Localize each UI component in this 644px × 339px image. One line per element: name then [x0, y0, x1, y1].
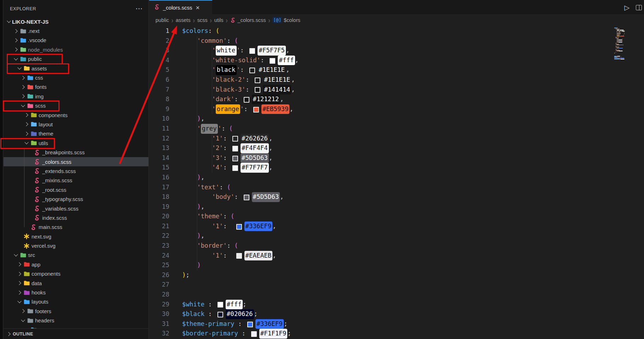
code-line-19[interactable]: 19 ),	[149, 202, 644, 212]
breadcrumb-item-public[interactable]: public	[156, 17, 169, 23]
code-line-content[interactable]: $black : #020626;	[169, 309, 258, 319]
code-line-content[interactable]: ),	[169, 202, 204, 212]
code-line-content[interactable]: '4': #F7F7F7,	[169, 163, 272, 173]
tree-item-src[interactable]: src	[4, 251, 148, 260]
color-swatch[interactable]	[236, 224, 242, 230]
color-swatch[interactable]	[244, 97, 249, 103]
code-line-content[interactable]: 'black': #1E1E1E,	[169, 65, 289, 75]
code-line-content[interactable]: ),	[169, 114, 204, 124]
code-line-6[interactable]: 6 'black-2': #1E1E1E,	[149, 75, 644, 85]
code-line-20[interactable]: 20 'theme': (	[149, 212, 644, 222]
tree-item--mixins-scss[interactable]: _mixins.scss	[4, 176, 148, 185]
code-line-17[interactable]: 17 'text': (	[149, 183, 644, 193]
code-line-content[interactable]: 'body': #5D5D63,	[169, 192, 284, 202]
chevron-down-icon[interactable]	[24, 140, 30, 146]
code-line-21[interactable]: 21 '1': #336EF9,	[149, 222, 644, 231]
tree-item--extends-scss[interactable]: _extends.scss	[4, 166, 148, 176]
chevron-right-icon[interactable]	[24, 112, 30, 118]
code-line-13[interactable]: 13 '2': #F4F4F4,	[149, 143, 644, 153]
code-line-5[interactable]: 5 'black': #1E1E1E,	[149, 65, 644, 75]
tree-item-vercel-svg[interactable]: vercel.svg	[4, 241, 148, 250]
code-line-content[interactable]: 'orange': #EB5939,	[169, 104, 293, 114]
tree-item-layouts[interactable]: layouts	[4, 297, 148, 306]
code-line-content[interactable]: $theme-primary : #336EF9;	[169, 319, 287, 329]
chevron-down-icon[interactable]	[17, 299, 23, 305]
code-line-31[interactable]: 31$theme-primary : #336EF9;	[149, 319, 644, 329]
color-swatch[interactable]	[249, 68, 255, 73]
color-swatch[interactable]	[232, 146, 238, 151]
split-editor-icon[interactable]	[636, 5, 642, 10]
code-line-content[interactable]: '3': #5D5D63,	[169, 153, 272, 163]
code-line-25[interactable]: 25 )	[149, 260, 644, 270]
color-swatch[interactable]	[249, 48, 255, 54]
chevron-right-icon[interactable]	[17, 280, 23, 286]
breadcrumb-item-scss[interactable]: scss	[197, 17, 208, 23]
minimap[interactable]	[614, 28, 631, 60]
tree-item-next-svg[interactable]: next.svg	[4, 232, 148, 241]
code-line-content[interactable]: 'border': (	[169, 241, 238, 251]
breadcrumb-item-assets[interactable]: assets	[176, 17, 191, 23]
chevron-down-icon[interactable]	[21, 103, 26, 109]
tree-item-hooks[interactable]: hooks	[4, 288, 148, 297]
code-line-27[interactable]: 27	[149, 280, 644, 290]
code-line-content[interactable]: '1': #262626,	[169, 134, 272, 144]
tree-item-public[interactable]: public	[4, 54, 148, 64]
color-swatch[interactable]	[255, 87, 260, 93]
chevron-right-icon[interactable]	[17, 290, 23, 295]
run-button-icon[interactable]: ▷	[624, 4, 629, 12]
breadcrumb-item-utils[interactable]: utils	[214, 17, 224, 23]
code-line-content[interactable]: 'theme': (	[169, 212, 235, 222]
code-line-content[interactable]: ),	[169, 231, 204, 241]
code-line-15[interactable]: 15 '4': #F7F7F7,	[149, 163, 644, 173]
chevron-down-icon[interactable]	[13, 252, 19, 258]
code-line-content[interactable]: '1': #EAEAEB,	[169, 251, 276, 261]
color-swatch[interactable]	[218, 312, 223, 317]
code-line-10[interactable]: 10 ),	[149, 114, 644, 124]
chevron-right-icon[interactable]	[21, 93, 26, 99]
tree-item-fonts[interactable]: fonts	[4, 82, 148, 92]
code-line-content[interactable]: 'black-2': #1E1E1E,	[169, 75, 295, 85]
tree-item-liko-next-js[interactable]: LIKO-NEXT-JS	[4, 17, 148, 26]
chevron-down-icon[interactable]	[17, 65, 23, 71]
code-line-content[interactable]: 'common': (	[169, 36, 238, 46]
more-actions-icon[interactable]: ⋯	[136, 7, 143, 10]
code-line-content[interactable]: 'text': (	[169, 183, 231, 193]
outline-section-header[interactable]: OUTLINE	[4, 328, 148, 339]
code-line-9[interactable]: 9 'orange': #EB5939,	[149, 104, 644, 114]
code-line-content[interactable]	[169, 290, 182, 300]
code-line-18[interactable]: 18 'body': #5D5D63,	[149, 192, 644, 202]
chevron-right-icon[interactable]	[13, 28, 19, 34]
color-swatch[interactable]	[232, 156, 238, 161]
code-line-14[interactable]: 14 '3': #5D5D63,	[149, 153, 644, 163]
chevron-down-icon[interactable]	[21, 318, 26, 323]
chevron-right-icon[interactable]	[17, 271, 23, 277]
chevron-right-icon[interactable]	[24, 121, 30, 127]
code-line-content[interactable]: $colors: (	[169, 26, 219, 36]
breadcrumb-item--colors-scss[interactable]: _colors.scss	[230, 17, 266, 23]
chevron-down-icon[interactable]	[13, 56, 19, 62]
code-line-content[interactable]: );	[169, 270, 190, 280]
tree-item-partial[interactable]	[4, 325, 148, 328]
tab-colors-scss[interactable]: _colors.scss ×	[149, 0, 212, 15]
tree-item-theme[interactable]: theme	[4, 129, 148, 138]
chevron-right-icon[interactable]	[13, 47, 19, 52]
code-line-content[interactable]: ),	[169, 173, 204, 183]
code-line-11[interactable]: 11 'grey': (	[149, 124, 644, 134]
code-line-3[interactable]: 3 'white': #F5F7F5,	[149, 46, 644, 56]
code-line-23[interactable]: 23 'border': (	[149, 241, 644, 251]
tree-item-assets[interactable]: assets	[4, 64, 148, 73]
code-line-30[interactable]: 30$black : #020626;	[149, 309, 644, 319]
color-swatch[interactable]	[232, 136, 238, 142]
color-swatch[interactable]	[218, 302, 223, 308]
tree-item-main-scss[interactable]: main.scss	[4, 223, 148, 232]
tree-item-node-modules[interactable]: node_modules	[4, 45, 148, 54]
tree-item--vscode[interactable]: .vscode	[4, 36, 148, 45]
code-line-content[interactable]: 'black-3': #141414,	[169, 85, 295, 95]
tree-item-scss[interactable]: scss	[4, 101, 148, 110]
tree-item--colors-scss[interactable]: _colors.scss	[4, 157, 148, 166]
code-line-content[interactable]: 'grey': (	[169, 124, 233, 134]
tree-item-layout[interactable]: layout	[4, 120, 148, 129]
code-line-2[interactable]: 2 'common': (	[149, 36, 644, 46]
color-swatch[interactable]	[253, 107, 259, 113]
tab-close-icon[interactable]: ×	[196, 4, 200, 11]
